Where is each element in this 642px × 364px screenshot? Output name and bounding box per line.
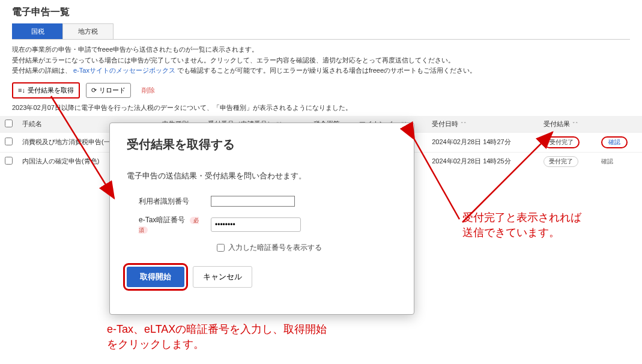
show-password-row: 入力した暗証番号を表示する: [127, 243, 397, 253]
tab-local-tax[interactable]: 地方税: [62, 23, 114, 39]
download-icon: ≡↓: [18, 86, 25, 94]
modal-lead: 電子申告の送信結果・受付結果を問い合わせます。: [127, 171, 397, 181]
fetch-results-button[interactable]: ≡↓ 受付結果を取得: [12, 82, 80, 99]
desc-line2b-post: でも確認することが可能です。同じエラーが繰り返される場合はfreeeのサポートも…: [177, 67, 476, 74]
annotation-right: 受付完了と表示されれば 送信できています。: [462, 210, 581, 240]
reload-button[interactable]: ⟳ リロード: [86, 83, 131, 98]
col-result[interactable]: 受付結果˅˄: [539, 116, 596, 133]
status-badge: 受付完了: [544, 156, 578, 167]
col-checkbox: [0, 116, 17, 133]
etax-password-input[interactable]: [211, 217, 301, 232]
cell-receipt-time: 2024年02月28日 14時25分: [427, 152, 539, 171]
sort-icon: ˅˄: [461, 121, 467, 127]
toolbar: ≡↓ 受付結果を取得 ⟳ リロード 削除: [0, 79, 642, 102]
user-id-value-box: [211, 196, 295, 207]
confirm-button[interactable]: 確認: [601, 136, 628, 148]
row-checkbox[interactable]: [5, 157, 13, 165]
status-badge: 受付完了: [544, 136, 580, 148]
tab-row: 国税 地方税: [12, 23, 630, 40]
page-title: 電子申告一覧: [0, 0, 642, 23]
form-row-user-id: 利用者識別番号: [127, 196, 397, 207]
tab-national-tax[interactable]: 国税: [12, 23, 63, 39]
start-fetch-button[interactable]: 取得開始: [127, 267, 184, 287]
user-id-label: 利用者識別番号: [139, 196, 205, 207]
select-all-checkbox[interactable]: [5, 120, 13, 127]
cancel-button[interactable]: キャンセル: [193, 266, 252, 288]
hint-text: 2023年02月07日以降に電子申告を行った法人税のデータについて、「申告種別」…: [0, 102, 642, 116]
fetch-results-label: 受付結果を取得: [28, 86, 74, 95]
delete-button[interactable]: 削除: [137, 83, 160, 97]
desc-line2a: 受付結果がエラーになっている場合には申告が完了していません。クリックして、エラー…: [12, 55, 630, 66]
fetch-results-modal: 受付結果を取得する 電子申告の送信結果・受付結果を問い合わせます。 利用者識別番…: [109, 123, 414, 315]
modal-title: 受付結果を取得する: [127, 136, 397, 153]
password-label: e-Tax暗証番号 必須: [139, 215, 205, 234]
etax-messagebox-link[interactable]: e-Taxサイトのメッセージボックス: [73, 67, 175, 74]
form-row-password: e-Tax暗証番号 必須: [127, 215, 397, 234]
show-password-checkbox[interactable]: [217, 244, 225, 252]
cell-receipt-time: 2024年02月28日 14時27分: [427, 132, 539, 152]
description-block: 現在の事業所の申告・申請でfreee申告から送信されたものが一覧に表示されます。…: [0, 40, 642, 79]
show-password-label: 入力した暗証番号を表示する: [228, 243, 322, 253]
confirm-label: 確認: [601, 158, 613, 165]
modal-actions: 取得開始 キャンセル: [127, 266, 397, 288]
annotation-bottom: e-Tax、eLTAXの暗証番号を入力し、取得開始 をクリックします。: [107, 322, 327, 352]
sort-icon: ˅˄: [572, 121, 578, 127]
desc-line2b-pre: 受付結果の詳細は、: [12, 67, 71, 74]
reload-icon: ⟳: [91, 86, 97, 94]
col-receipt-time[interactable]: 受付日時˅˄: [427, 116, 539, 133]
desc-line1: 現在の事業所の申告・申請でfreee申告から送信されたものが一覧に表示されます。: [12, 44, 630, 55]
reload-label: リロード: [99, 86, 126, 95]
row-checkbox[interactable]: [5, 138, 13, 145]
desc-line2b: 受付結果の詳細は、 e-Taxサイトのメッセージボックス でも確認することが可能…: [12, 65, 630, 76]
